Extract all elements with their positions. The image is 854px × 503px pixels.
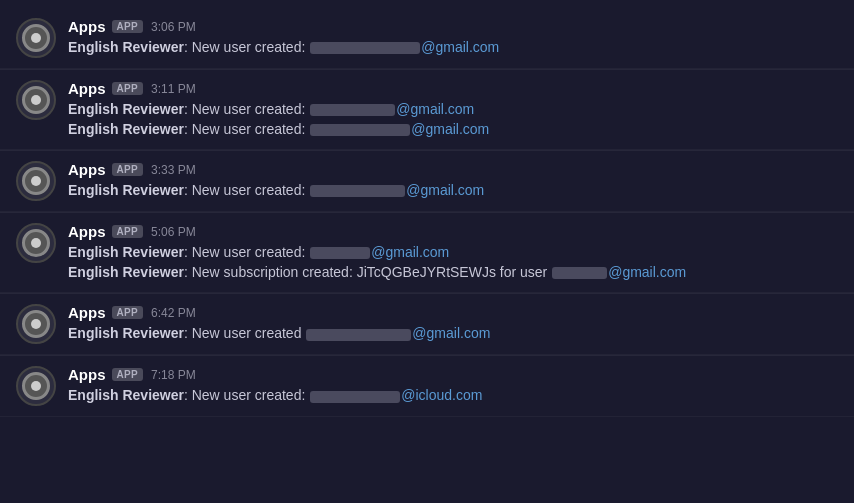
redacted-text [310,104,395,116]
message-text: : New user created: [184,101,309,117]
message-content: AppsAPP3:33 PMEnglish Reviewer: New user… [68,161,838,201]
message-text: : New user created: [184,182,309,198]
redacted-text [310,124,410,136]
message-text: : New subscription created: JiTcQGBeJYRt… [184,264,551,280]
message-label: English Reviewer [68,264,184,280]
app-badge: APP [112,82,143,95]
message-text: : New user created: [184,39,309,55]
app-badge: APP [112,163,143,176]
redacted-text [310,247,370,259]
timestamp: 6:42 PM [151,306,196,320]
message-group: AppsAPP6:42 PMEnglish Reviewer: New user… [0,294,854,355]
message-label: English Reviewer [68,244,184,260]
email-domain: @gmail.com [406,182,484,198]
message-group: AppsAPP5:06 PMEnglish Reviewer: New user… [0,213,854,293]
message-header: AppsAPP3:11 PM [68,80,838,97]
avatar [16,161,56,201]
email-domain: @gmail.com [421,39,499,55]
message-label: English Reviewer [68,101,184,117]
timestamp: 3:11 PM [151,82,196,96]
redacted-text [310,391,400,403]
message-header: AppsAPP6:42 PM [68,304,838,321]
email-domain: @gmail.com [396,101,474,117]
message-content: AppsAPP3:06 PMEnglish Reviewer: New user… [68,18,838,58]
redacted-text [310,42,420,54]
app-badge: APP [112,306,143,319]
redacted-text [552,267,607,279]
message-content: AppsAPP7:18 PMEnglish Reviewer: New user… [68,366,838,406]
email-domain: @gmail.com [412,325,490,341]
timestamp: 3:06 PM [151,20,196,34]
message-header: AppsAPP5:06 PM [68,223,838,240]
message-header: AppsAPP7:18 PM [68,366,838,383]
message-group: AppsAPP3:06 PMEnglish Reviewer: New user… [0,8,854,69]
message-list: AppsAPP3:06 PMEnglish Reviewer: New user… [0,8,854,417]
avatar [16,366,56,406]
sender-name: Apps [68,366,106,383]
message-content: AppsAPP3:11 PMEnglish Reviewer: New user… [68,80,838,139]
message-body: English Reviewer: New user created @gmai… [68,324,838,344]
sender-name: Apps [68,80,106,97]
message-content: AppsAPP6:42 PMEnglish Reviewer: New user… [68,304,838,344]
redacted-text [306,329,411,341]
email-domain: @icloud.com [401,387,482,403]
message-group: AppsAPP7:18 PMEnglish Reviewer: New user… [0,356,854,417]
message-label: English Reviewer [68,121,184,137]
email-domain: @gmail.com [608,264,686,280]
message-label: English Reviewer [68,325,184,341]
message-label: English Reviewer [68,182,184,198]
top-bar [0,0,854,8]
sender-name: Apps [68,18,106,35]
sender-name: Apps [68,223,106,240]
message-label: English Reviewer [68,387,184,403]
sender-name: Apps [68,161,106,178]
message-group: AppsAPP3:33 PMEnglish Reviewer: New user… [0,151,854,212]
redacted-text [310,185,405,197]
message-text: : New user created: [184,121,309,137]
message-text: : New user created [184,325,305,341]
avatar [16,18,56,58]
message-content: AppsAPP5:06 PMEnglish Reviewer: New user… [68,223,838,282]
message-header: AppsAPP3:33 PM [68,161,838,178]
app-badge: APP [112,20,143,33]
message-body: English Reviewer: New user created: @gma… [68,38,838,58]
timestamp: 3:33 PM [151,163,196,177]
message-label: English Reviewer [68,39,184,55]
message-body: English Reviewer: New user created: @icl… [68,386,838,406]
email-domain: @gmail.com [371,244,449,260]
timestamp: 7:18 PM [151,368,196,382]
message-body: English Reviewer: New user created: @gma… [68,100,838,120]
message-group: AppsAPP3:11 PMEnglish Reviewer: New user… [0,70,854,150]
message-body: English Reviewer: New user created: @gma… [68,120,838,140]
avatar [16,304,56,344]
sender-name: Apps [68,304,106,321]
avatar [16,223,56,263]
message-body: English Reviewer: New subscription creat… [68,263,838,283]
message-text: : New user created: [184,244,309,260]
message-header: AppsAPP3:06 PM [68,18,838,35]
app-badge: APP [112,225,143,238]
message-body: English Reviewer: New user created: @gma… [68,243,838,263]
timestamp: 5:06 PM [151,225,196,239]
message-body: English Reviewer: New user created: @gma… [68,181,838,201]
message-text: : New user created: [184,387,309,403]
app-badge: APP [112,368,143,381]
avatar [16,80,56,120]
email-domain: @gmail.com [411,121,489,137]
